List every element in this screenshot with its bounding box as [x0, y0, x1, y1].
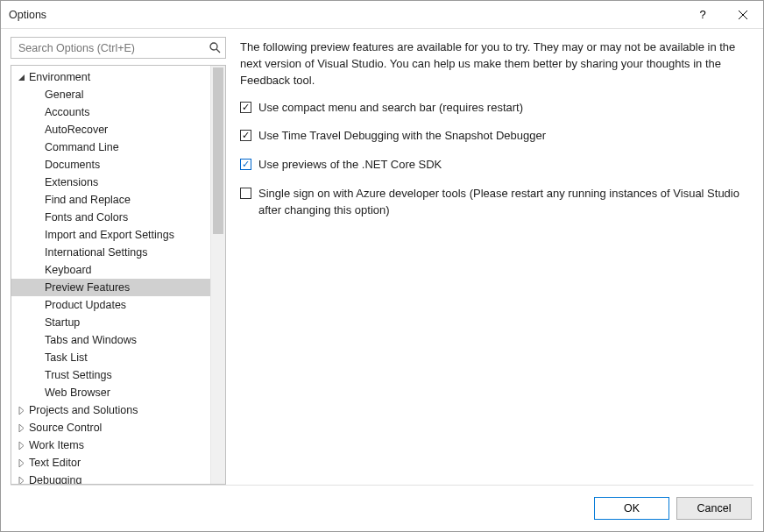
tree-item[interactable]: International Settings — [11, 244, 210, 261]
ok-button[interactable]: OK — [594, 497, 669, 520]
svg-marker-6 — [19, 424, 24, 432]
svg-marker-5 — [19, 407, 24, 415]
checkbox[interactable] — [240, 159, 251, 170]
option-row: Use previews of the .NET Core SDK — [240, 157, 752, 174]
tree-item[interactable]: Preview Features — [11, 279, 210, 296]
close-icon — [739, 11, 747, 19]
tree-label: Source Control — [29, 422, 102, 434]
checkbox[interactable] — [240, 188, 251, 199]
titlebar: Options ? — [1, 1, 763, 29]
option-row: Use compact menu and search bar (require… — [240, 100, 752, 117]
tree-label: General — [45, 89, 83, 101]
chevron-right-icon — [16, 475, 27, 485]
option-label: Single sign on with Azure developer tool… — [258, 186, 752, 219]
help-icon: ? — [699, 8, 705, 21]
svg-point-2 — [210, 43, 217, 50]
window-title: Options — [9, 9, 46, 21]
option-label: Use compact menu and search bar (require… — [258, 100, 523, 117]
tree-item[interactable]: Work Items — [11, 436, 210, 454]
tree-label: Trust Settings — [45, 369, 112, 381]
tree-label: Startup — [45, 316, 80, 329]
chevron-down-icon — [16, 72, 27, 83]
close-button[interactable] — [723, 1, 763, 28]
tree-item[interactable]: Import and Export Settings — [11, 226, 210, 244]
tree-label: Find and Replace — [45, 194, 131, 206]
tree-item[interactable]: Web Browser — [11, 384, 210, 401]
tree-label: Environment — [29, 71, 90, 83]
tree-item[interactable]: Find and Replace — [11, 191, 210, 209]
tree-label: Import and Export Settings — [45, 229, 174, 241]
scrollbar-thumb[interactable] — [213, 67, 223, 234]
svg-marker-7 — [19, 442, 24, 450]
search-input[interactable] — [17, 41, 208, 55]
tree-item[interactable]: Keyboard — [11, 261, 210, 279]
tree-item[interactable]: Extensions — [11, 174, 210, 191]
cancel-button[interactable]: Cancel — [676, 497, 752, 520]
search-field[interactable] — [11, 37, 226, 59]
tree-label: Work Items — [29, 439, 84, 451]
tree-label: Web Browser — [45, 387, 110, 399]
tree-label: Fonts and Colors — [45, 211, 128, 223]
tree-label: Tabs and Windows — [45, 334, 137, 346]
option-label: Use Time Travel Debugging with the Snaps… — [258, 128, 546, 145]
tree-item[interactable]: Text Editor — [11, 454, 210, 472]
tree-label: Debugging — [29, 474, 81, 484]
dialog-footer: OK Cancel — [1, 486, 763, 531]
chevron-right-icon — [16, 440, 27, 451]
option-label: Use previews of the .NET Core SDK — [258, 157, 442, 174]
chevron-right-icon — [16, 458, 27, 469]
tree-item[interactable]: Accounts — [11, 103, 210, 121]
option-row: Use Time Travel Debugging with the Snaps… — [240, 128, 752, 145]
svg-marker-4 — [18, 74, 25, 81]
nav-tree: EnvironmentGeneralAccountsAutoRecoverCom… — [11, 65, 226, 485]
tree-item[interactable]: Startup — [11, 314, 210, 331]
tree-label: Documents — [45, 159, 100, 171]
tree-label: Keyboard — [45, 264, 92, 276]
tree-item[interactable]: Product Updates — [11, 296, 210, 314]
tree-item[interactable]: Task List — [11, 349, 210, 366]
tree-item[interactable]: Command Line — [11, 138, 210, 156]
checkbox[interactable] — [240, 130, 251, 141]
chevron-right-icon — [16, 422, 27, 434]
tree-label: Task List — [45, 351, 88, 364]
tree-item[interactable]: Fonts and Colors — [11, 209, 210, 226]
tree-label: Preview Features — [45, 281, 130, 294]
tree-item[interactable]: AutoRecover — [11, 121, 210, 138]
tree-scrollbar[interactable] — [210, 66, 225, 484]
tree-item[interactable]: Tabs and Windows — [11, 331, 210, 349]
tree-item[interactable]: Trust Settings — [11, 366, 210, 384]
tree-item[interactable]: Source Control — [11, 419, 210, 436]
tree-item-environment[interactable]: Environment — [11, 68, 210, 86]
tree-item[interactable]: General — [11, 86, 210, 103]
options-dialog: Options ? Environmen — [0, 0, 764, 532]
tree-label: Accounts — [45, 106, 89, 118]
tree-label: Extensions — [45, 176, 98, 188]
tree-label: Command Line — [45, 141, 119, 153]
help-button[interactable]: ? — [683, 1, 723, 28]
svg-marker-9 — [19, 477, 24, 485]
tree-item[interactable]: Projects and Solutions — [11, 401, 210, 419]
tree-label: Text Editor — [29, 457, 81, 469]
tree-item[interactable]: Debugging — [11, 472, 210, 484]
chevron-right-icon — [16, 405, 27, 416]
checkbox[interactable] — [240, 102, 251, 113]
svg-line-3 — [216, 49, 220, 53]
tree-label: Projects and Solutions — [29, 404, 138, 416]
intro-text: The following preview features are avail… — [240, 39, 752, 89]
option-row: Single sign on with Azure developer tool… — [240, 186, 752, 219]
tree-label: AutoRecover — [45, 124, 108, 136]
tree-label: International Settings — [45, 246, 147, 259]
tree-item[interactable]: Documents — [11, 156, 210, 174]
svg-marker-8 — [19, 459, 24, 467]
search-icon — [208, 42, 222, 53]
tree-label: Product Updates — [45, 299, 126, 311]
